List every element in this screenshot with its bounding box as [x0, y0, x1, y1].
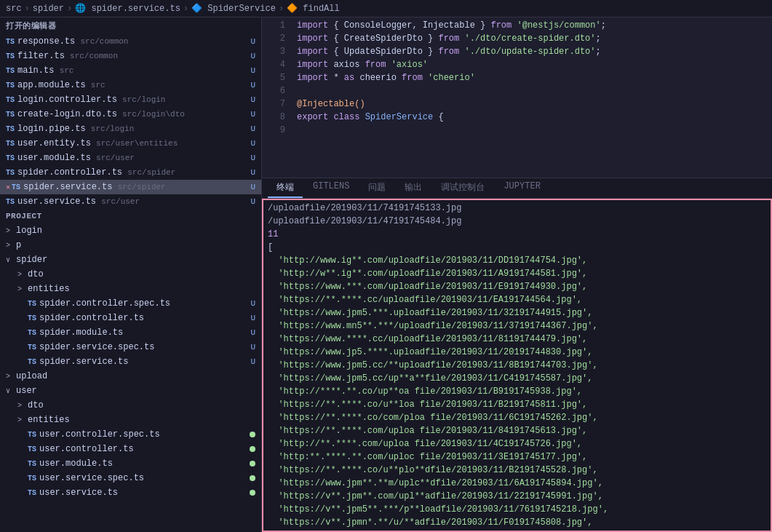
- ts-icon: TS: [28, 344, 36, 352]
- url-text: 'https://www.jpm5.cc/**uploadfile/201903…: [268, 360, 598, 370]
- breadcrumb-method[interactable]: 🔶 findAll: [287, 3, 340, 14]
- tree-item[interactable]: TSspider.service.tsU: [0, 354, 261, 369]
- file-item[interactable]: TSapp.module.ts srcU: [0, 78, 261, 92]
- file-item[interactable]: TSspider.controller.ts src/spiderU: [0, 165, 261, 180]
- terminal-tab[interactable]: GITLENS: [304, 178, 358, 198]
- tree-item[interactable]: TSspider.service.spec.tsU: [0, 340, 261, 354]
- terminal-url-line: 'https://www.jp5.****.uploadfile/201903/…: [268, 346, 766, 359]
- breadcrumb-spider[interactable]: spider: [33, 4, 64, 14]
- tree-item[interactable]: TSuser.module.ts: [0, 456, 261, 471]
- line-content: import axios from 'axios': [297, 60, 428, 70]
- tree-item[interactable]: >p: [0, 238, 261, 253]
- ts-icon: TS: [6, 96, 15, 104]
- file-item[interactable]: TScreate-login.dto.ts src/login\dtoU: [0, 107, 261, 122]
- project-tree: >login>p∨spider>dto>entitiesTSspider.con…: [0, 223, 261, 500]
- tree-arrow: ∨: [6, 386, 13, 395]
- tree-item[interactable]: >dto: [0, 267, 261, 282]
- tree-item[interactable]: TSspider.controller.spec.tsU: [0, 296, 261, 311]
- tree-item[interactable]: TSuser.controller.ts: [0, 442, 261, 456]
- tree-label: user.module.ts: [39, 458, 113, 469]
- breadcrumb-sep1: ›: [25, 4, 30, 14]
- badge-u: U: [250, 357, 255, 366]
- terminal-url-line: 'https://**.****.com/uploa file/201903/1…: [268, 424, 766, 437]
- terminal-tab[interactable]: JUPYTER: [495, 178, 549, 198]
- dot-badge: [250, 475, 255, 481]
- badge-u: U: [250, 328, 255, 337]
- ts-icon: TS: [28, 314, 36, 322]
- terminal-url-line: 'https://**.****.co/u**loa file/201903/1…: [268, 398, 766, 411]
- breadcrumb-sep2: ›: [67, 4, 72, 14]
- breadcrumb-file[interactable]: 🌐 spider.service.ts: [75, 3, 180, 14]
- tree-label: dto: [28, 400, 44, 410]
- tree-label: user.service.spec.ts: [39, 473, 144, 483]
- ts-icon: TS: [6, 82, 15, 90]
- tree-item[interactable]: >upload: [0, 369, 261, 384]
- terminal-content[interactable]: /uploadfile/201903/11/74191745133.jpg/up…: [262, 199, 772, 532]
- breadcrumb-class[interactable]: 🔷 SpiderService: [191, 3, 276, 14]
- terminal-url-line: 'https://www.***.com/uploadfile/201903/1…: [268, 280, 766, 293]
- badge-u: U: [250, 343, 255, 352]
- file-item[interactable]: TSfilter.ts src/commonU: [0, 49, 261, 63]
- terminal-inner: /uploadfile/201903/11/74191745133.jpg/up…: [262, 199, 772, 532]
- file-item[interactable]: TSmain.ts srcU: [0, 63, 261, 78]
- line-content: import * as cheerio from 'cheerio': [297, 73, 475, 83]
- tree-item[interactable]: TSuser.service.ts: [0, 485, 261, 500]
- file-name: create-login.dto.ts src/login\dto: [17, 109, 250, 119]
- breadcrumb-src[interactable]: src: [6, 4, 22, 14]
- ts-icon: TS: [6, 38, 15, 46]
- tree-item[interactable]: TSuser.service.spec.ts: [0, 471, 261, 485]
- file-item[interactable]: TSuser.module.ts src/userU: [0, 151, 261, 165]
- file-item[interactable]: TSlogin.pipe.ts src/loginU: [0, 122, 261, 136]
- code-line: 7@Injectable(): [262, 99, 772, 112]
- tree-label: spider.controller.ts: [39, 313, 144, 323]
- tree-item[interactable]: TSspider.controller.tsU: [0, 311, 261, 325]
- line-num: 8: [268, 112, 285, 122]
- code-line: 4import axios from 'axios': [262, 60, 772, 73]
- code-line: 5import * as cheerio from 'cheerio': [262, 73, 772, 86]
- code-line: 2import { CreateSpiderDto } from './dto/…: [262, 33, 772, 47]
- url-text: 'https://www.jpm5.cc/up**a**file/201903/…: [268, 373, 592, 384]
- file-item[interactable]: TSresponse.ts src/commonU: [0, 34, 261, 49]
- ts-icon: TS: [28, 300, 36, 308]
- file-item[interactable]: TSuser.entity.ts src/user\entitiesU: [0, 136, 261, 151]
- terminal-tab[interactable]: 调试控制台: [432, 178, 493, 198]
- tree-item[interactable]: >dto: [0, 398, 261, 413]
- dot-badge: [250, 461, 255, 467]
- url-text: 'https://v**.jpm5**.***/p**loadfile/2019…: [268, 504, 608, 515]
- tree-item[interactable]: TSuser.controller.spec.ts: [0, 427, 261, 442]
- tree-item[interactable]: >entities: [0, 282, 261, 296]
- tree-arrow: >: [17, 271, 25, 279]
- tree-item[interactable]: >login: [0, 223, 261, 238]
- tree-item[interactable]: ∨user: [0, 384, 261, 398]
- tree-arrow: >: [6, 227, 13, 235]
- ts-icon: TS: [28, 329, 36, 337]
- file-name: main.ts src: [17, 65, 250, 76]
- badge-u: U: [250, 37, 255, 46]
- breadcrumb-sep4: ›: [279, 4, 284, 14]
- tree-label: upload: [16, 371, 47, 381]
- tree-item[interactable]: ∨spider: [0, 253, 261, 267]
- tree-item[interactable]: >entities: [0, 413, 261, 427]
- main-layout: 打开的编辑器 TSresponse.ts src/commonUTSfilter…: [0, 17, 772, 532]
- ts-icon: TS: [6, 52, 15, 60]
- line-num: 2: [268, 33, 285, 44]
- ts-icon: TS: [28, 358, 36, 366]
- tree-label: user.controller.spec.ts: [39, 429, 160, 440]
- badge-u: U: [250, 197, 255, 206]
- terminal-tab[interactable]: 问题: [359, 178, 394, 198]
- terminal-tab[interactable]: 输出: [396, 178, 431, 198]
- code-line: 9: [262, 125, 772, 138]
- terminal-path-line: /uploadfile/201903/11/47191745484.jpg: [268, 215, 766, 228]
- badge-u: U: [250, 81, 255, 90]
- url-text: 'https://v**.jpm**.com/upl**adfile/20190…: [268, 491, 603, 501]
- terminal-tab[interactable]: 终端: [268, 178, 303, 198]
- tree-item[interactable]: TSspider.module.tsU: [0, 325, 261, 340]
- url-text: 'https://**.****.co/u**plo**dfile/201903…: [268, 465, 598, 475]
- line-num: 6: [268, 86, 285, 96]
- file-item[interactable]: TSuser.service.ts src/userU: [0, 194, 261, 209]
- file-item[interactable]: TSlogin.controller.ts src/loginU: [0, 92, 261, 107]
- url-text: 'https://**.****.cc/uploadfile/201903/11…: [268, 295, 582, 305]
- terminal-url-line: 'https://**.****.co/com/ploa file/201903…: [268, 411, 766, 424]
- file-item[interactable]: ✕TSspider.service.ts src/spiderU: [0, 180, 261, 194]
- close-icon[interactable]: ✕: [6, 183, 10, 191]
